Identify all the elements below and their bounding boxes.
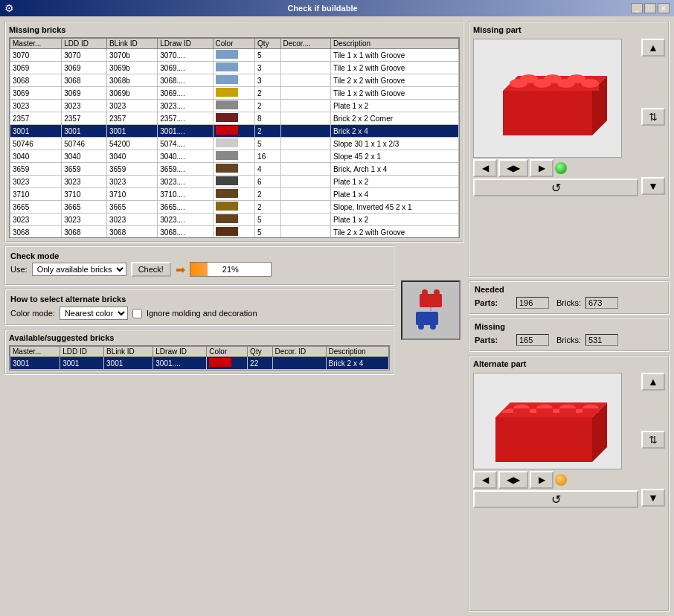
cell-qty: 2 <box>255 125 280 138</box>
cell-ldraw: 3068.... <box>158 74 213 87</box>
missing-bricks-table-container[interactable]: Master... LDD ID BLink ID LDraw ID Color… <box>9 37 460 238</box>
alternate-down-btn[interactable]: ▼ <box>641 489 665 507</box>
missing-down-btn[interactable]: ▼ <box>641 177 665 195</box>
missing-table-row[interactable]: 3001 3001 3001 3001.... 2 Brick 2 x 4 <box>10 125 459 138</box>
missing-table-row[interactable]: 2357 2357 2357 2357.... 8 Brick 2 x 2 Co… <box>10 112 459 125</box>
check-button[interactable]: Check! <box>131 262 171 277</box>
cell-blink: 3069b <box>106 62 157 74</box>
missing-nav-swap[interactable]: ◀▶ <box>498 159 528 177</box>
minimize-button[interactable]: _ <box>631 3 643 13</box>
av-cell-desc: Brick 2 x 4 <box>326 357 388 370</box>
alternate-nav-swap[interactable]: ◀▶ <box>498 471 528 489</box>
alternate-status-dot <box>555 474 567 486</box>
av-col-ldd: LDD ID <box>60 347 104 357</box>
color-mode-dropdown[interactable]: Nearest color Exact color Any color <box>60 307 128 320</box>
missing-table-row[interactable]: 3069 3069 3069b 3069.... 2 Tile 1 x 2 wi… <box>10 87 459 100</box>
cell-master: 3069 <box>10 62 62 74</box>
cell-qty: 3 <box>255 74 280 87</box>
cell-ldraw: 3070.... <box>158 49 213 62</box>
missing-table-row[interactable]: 50746 50746 54200 5074.... 5 Slope 30 1 … <box>10 138 459 150</box>
cell-color <box>213 226 254 239</box>
alternate-nav-buttons: ◀ ◀▶ ▶ <box>473 471 638 489</box>
missing-table-row[interactable]: 3070 3070 3070b 3070.... 5 Tile 1 x 1 wi… <box>10 49 459 62</box>
cell-ldraw: 3659.... <box>158 163 213 176</box>
missing-table-row[interactable]: 3040 3040 3040 3040.... 16 Slope 45 2 x … <box>10 150 459 163</box>
svg-rect-49 <box>571 413 588 417</box>
svg-point-29 <box>557 79 575 88</box>
missing-table-row[interactable]: 3659 3659 3659 3659.... 4 Brick, Arch 1 … <box>10 163 459 176</box>
alternate-refresh-btn[interactable]: ↺ <box>473 490 638 508</box>
missing-table-row[interactable]: 3023 3023 3023 3023.... 5 Plate 1 x 2 <box>10 214 459 226</box>
missing-up-btn[interactable]: ▲ <box>641 39 665 57</box>
missing-nav-right[interactable]: ▶ <box>530 159 553 177</box>
alternate-nav-left[interactable]: ◀ <box>473 471 497 489</box>
title-bar: ⚙ Check if buildable _ □ ✕ <box>0 0 674 16</box>
missing-bricks-label: Bricks: <box>556 336 581 344</box>
alternate-updown-btn[interactable]: ⇅ <box>641 431 665 449</box>
av-col-blink: BLink ID <box>104 347 153 357</box>
svg-point-27 <box>510 79 527 88</box>
cell-qty: 16 <box>255 150 280 163</box>
cell-blink: 3070b <box>106 49 157 62</box>
cell-qty: 8 <box>255 112 280 125</box>
cell-ldd: 3710 <box>62 188 107 201</box>
cell-decor <box>280 125 331 138</box>
alternate-part-section: Alternate part <box>469 355 670 612</box>
cell-desc: Tile 1 x 2 with Groove <box>331 87 459 100</box>
missing-parts-value <box>516 334 549 346</box>
cell-decor <box>280 150 331 163</box>
svg-point-2 <box>434 289 440 295</box>
col-qty: Qty <box>255 39 280 49</box>
cell-desc: Brick 2 x 2 Corner <box>331 112 459 125</box>
cell-ldd: 3040 <box>62 150 107 163</box>
av-col-master: Master... <box>10 347 60 357</box>
cell-blink: 54200 <box>106 138 157 150</box>
missing-table-row[interactable]: 3068 3068 3068b 3068.... 3 Tile 2 x 2 wi… <box>10 74 459 87</box>
check-mode-dropdown[interactable]: Only available bricks All bricks Suggest… <box>32 263 126 276</box>
alternate-nav-right[interactable]: ▶ <box>530 471 553 489</box>
cell-ldraw: 3069.... <box>158 87 213 100</box>
cell-decor <box>280 49 331 62</box>
missing-bricks-section: Missing bricks Master... LDD ID BLink ID… <box>4 21 464 243</box>
missing-table-row[interactable]: 3069 3069 3069b 3069.... 3 Tile 1 x 2 wi… <box>10 62 459 74</box>
cell-desc: Brick, Arch 1 x 4 <box>331 163 459 176</box>
ignore-molding-checkbox[interactable] <box>132 309 142 318</box>
missing-table-row[interactable]: 3023 3023 3023 3023.... 6 Plate 1 x 2 <box>10 176 459 188</box>
close-button[interactable]: ✕ <box>658 3 670 13</box>
cell-desc: Slope 45 2 x 1 <box>331 150 459 163</box>
cell-decor <box>280 163 331 176</box>
av-cell-ldraw: 3001.... <box>153 357 207 370</box>
missing-refresh-btn[interactable]: ↺ <box>473 179 638 196</box>
missing-table-row[interactable]: 3023 3023 3023 3023.... 2 Plate 1 x 2 <box>10 100 459 112</box>
missing-table-row[interactable]: 3068 3068 3068 3068.... 5 Tile 2 x 2 wit… <box>10 226 459 239</box>
cell-ldraw: 3710.... <box>158 188 213 201</box>
cell-decor <box>280 138 331 150</box>
missing-nav-left[interactable]: ◀ <box>473 159 497 177</box>
svg-point-1 <box>422 289 428 295</box>
alternate-up-btn[interactable]: ▲ <box>641 373 665 391</box>
cell-ldd: 3068 <box>62 74 107 87</box>
cell-ldd: 3665 <box>62 201 107 214</box>
missing-updown-btn[interactable]: ⇅ <box>641 108 665 126</box>
cell-color <box>213 176 254 188</box>
cell-qty: 5 <box>255 226 280 239</box>
av-cell-qty: 22 <box>248 357 272 370</box>
available-table-container[interactable]: Master... LDD ID BLink ID LDraw ID Color… <box>9 345 390 370</box>
restore-button[interactable]: □ <box>644 3 656 13</box>
av-col-qty: Qty <box>248 347 272 357</box>
cell-color <box>213 163 254 176</box>
cell-qty: 2 <box>255 188 280 201</box>
available-table-row[interactable]: 3001 3001 3001 3001.... 22 Brick 2 x 4 <box>10 357 389 370</box>
cell-blink: 3023 <box>106 100 157 112</box>
cell-ldd: 2357 <box>62 112 107 125</box>
cell-ldraw: 2357.... <box>158 112 213 125</box>
cell-ldraw: 3040.... <box>158 150 213 163</box>
cell-master: 3070 <box>10 49 62 62</box>
cell-desc: Plate 1 x 2 <box>331 176 459 188</box>
cell-ldd: 3069 <box>62 62 107 74</box>
cell-ldd: 3069 <box>62 87 107 100</box>
missing-table-row[interactable]: 3665 3665 3665 3665.... 2 Slope, Inverte… <box>10 201 459 214</box>
cell-color <box>213 188 254 201</box>
missing-table-row[interactable]: 3710 3710 3710 3710.... 2 Plate 1 x 4 <box>10 188 459 201</box>
cell-blink: 3068b <box>106 74 157 87</box>
